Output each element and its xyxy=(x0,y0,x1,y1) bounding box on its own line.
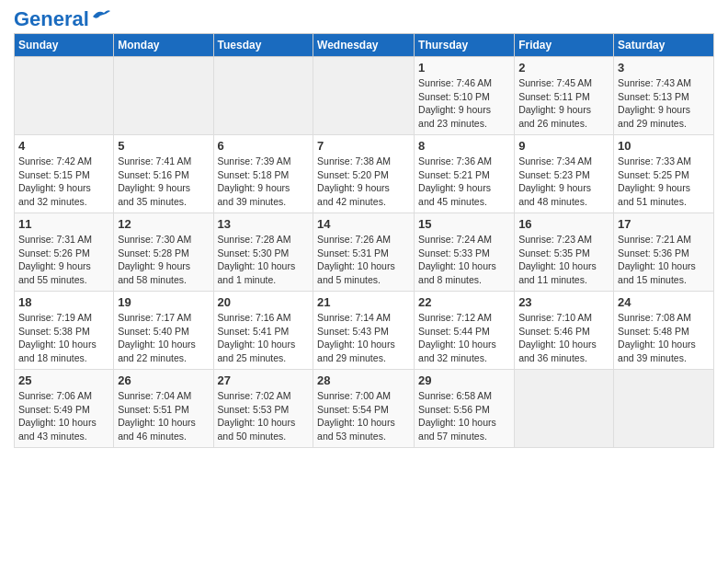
day-number: 11 xyxy=(18,217,109,231)
day-number: 22 xyxy=(418,295,510,309)
day-info: Sunrise: 7:31 AM Sunset: 5:26 PM Dayligh… xyxy=(18,233,109,287)
calendar-cell: 4Sunrise: 7:42 AM Sunset: 5:15 PM Daylig… xyxy=(15,135,114,213)
day-number: 27 xyxy=(218,373,310,387)
calendar-week-1: 1Sunrise: 7:46 AM Sunset: 5:10 PM Daylig… xyxy=(15,57,714,135)
calendar-cell: 16Sunrise: 7:23 AM Sunset: 5:35 PM Dayli… xyxy=(515,213,614,292)
calendar-cell: 26Sunrise: 7:04 AM Sunset: 5:51 PM Dayli… xyxy=(114,370,213,448)
calendar-week-4: 18Sunrise: 7:19 AM Sunset: 5:38 PM Dayli… xyxy=(15,292,714,370)
day-info: Sunrise: 7:38 AM Sunset: 5:20 PM Dayligh… xyxy=(317,155,410,209)
day-info: Sunrise: 7:36 AM Sunset: 5:21 PM Dayligh… xyxy=(418,155,510,209)
day-number: 20 xyxy=(218,295,310,309)
calendar-cell xyxy=(313,57,415,135)
calendar-cell: 1Sunrise: 7:46 AM Sunset: 5:10 PM Daylig… xyxy=(415,57,515,135)
calendar-cell: 25Sunrise: 7:06 AM Sunset: 5:49 PM Dayli… xyxy=(15,370,114,448)
calendar-cell xyxy=(114,57,213,135)
calendar-cell: 21Sunrise: 7:14 AM Sunset: 5:43 PM Dayli… xyxy=(313,292,415,370)
day-info: Sunrise: 7:30 AM Sunset: 5:28 PM Dayligh… xyxy=(118,233,209,287)
calendar-cell: 18Sunrise: 7:19 AM Sunset: 5:38 PM Dayli… xyxy=(15,292,114,370)
day-number: 29 xyxy=(418,373,510,387)
day-number: 17 xyxy=(618,217,710,231)
day-info: Sunrise: 7:28 AM Sunset: 5:30 PM Dayligh… xyxy=(218,233,310,287)
calendar-cell: 2Sunrise: 7:45 AM Sunset: 5:11 PM Daylig… xyxy=(515,57,614,135)
day-number: 16 xyxy=(518,217,609,231)
day-info: Sunrise: 6:58 AM Sunset: 5:56 PM Dayligh… xyxy=(418,389,510,443)
dow-header-thursday: Thursday xyxy=(415,34,515,57)
day-number: 10 xyxy=(618,139,710,153)
dow-header-sunday: Sunday xyxy=(15,34,114,57)
calendar-cell: 20Sunrise: 7:16 AM Sunset: 5:41 PM Dayli… xyxy=(213,292,313,370)
calendar-cell: 14Sunrise: 7:26 AM Sunset: 5:31 PM Dayli… xyxy=(313,213,415,292)
day-info: Sunrise: 7:21 AM Sunset: 5:36 PM Dayligh… xyxy=(618,233,710,287)
dow-header-saturday: Saturday xyxy=(614,34,714,57)
day-info: Sunrise: 7:46 AM Sunset: 5:10 PM Dayligh… xyxy=(418,76,510,131)
day-number: 12 xyxy=(118,217,209,231)
day-number: 8 xyxy=(418,139,510,153)
day-number: 3 xyxy=(618,61,710,75)
calendar-cell: 13Sunrise: 7:28 AM Sunset: 5:30 PM Dayli… xyxy=(213,213,313,292)
day-number: 4 xyxy=(18,139,109,153)
day-number: 26 xyxy=(118,373,209,387)
day-info: Sunrise: 7:08 AM Sunset: 5:48 PM Dayligh… xyxy=(618,311,710,365)
day-number: 28 xyxy=(317,373,410,387)
day-number: 2 xyxy=(518,61,609,75)
calendar-cell: 29Sunrise: 6:58 AM Sunset: 5:56 PM Dayli… xyxy=(415,370,515,448)
calendar-week-3: 11Sunrise: 7:31 AM Sunset: 5:26 PM Dayli… xyxy=(15,213,714,292)
dow-header-friday: Friday xyxy=(515,34,614,57)
calendar-cell: 12Sunrise: 7:30 AM Sunset: 5:28 PM Dayli… xyxy=(114,213,213,292)
calendar-cell: 22Sunrise: 7:12 AM Sunset: 5:44 PM Dayli… xyxy=(415,292,515,370)
calendar-week-2: 4Sunrise: 7:42 AM Sunset: 5:15 PM Daylig… xyxy=(15,135,714,213)
calendar-cell: 3Sunrise: 7:43 AM Sunset: 5:13 PM Daylig… xyxy=(614,57,714,135)
calendar-cell: 15Sunrise: 7:24 AM Sunset: 5:33 PM Dayli… xyxy=(415,213,515,292)
calendar-cell xyxy=(515,370,614,448)
logo: General xyxy=(14,9,111,26)
calendar-cell: 8Sunrise: 7:36 AM Sunset: 5:21 PM Daylig… xyxy=(415,135,515,213)
day-number: 19 xyxy=(118,295,209,309)
day-info: Sunrise: 7:16 AM Sunset: 5:41 PM Dayligh… xyxy=(218,311,310,365)
day-info: Sunrise: 7:42 AM Sunset: 5:15 PM Dayligh… xyxy=(18,155,109,209)
calendar-cell: 19Sunrise: 7:17 AM Sunset: 5:40 PM Dayli… xyxy=(114,292,213,370)
day-info: Sunrise: 7:06 AM Sunset: 5:49 PM Dayligh… xyxy=(18,389,109,443)
day-info: Sunrise: 7:26 AM Sunset: 5:31 PM Dayligh… xyxy=(317,233,410,287)
day-number: 9 xyxy=(518,139,609,153)
day-number: 25 xyxy=(18,373,109,387)
day-info: Sunrise: 7:02 AM Sunset: 5:53 PM Dayligh… xyxy=(218,389,310,443)
day-info: Sunrise: 7:17 AM Sunset: 5:40 PM Dayligh… xyxy=(118,311,209,365)
day-info: Sunrise: 7:41 AM Sunset: 5:16 PM Dayligh… xyxy=(118,155,209,209)
day-info: Sunrise: 7:45 AM Sunset: 5:11 PM Dayligh… xyxy=(518,76,609,131)
calendar-cell: 7Sunrise: 7:38 AM Sunset: 5:20 PM Daylig… xyxy=(313,135,415,213)
day-info: Sunrise: 7:39 AM Sunset: 5:18 PM Dayligh… xyxy=(218,155,310,209)
day-info: Sunrise: 7:14 AM Sunset: 5:43 PM Dayligh… xyxy=(317,311,410,365)
day-number: 5 xyxy=(118,139,209,153)
day-info: Sunrise: 7:43 AM Sunset: 5:13 PM Dayligh… xyxy=(618,76,710,131)
day-info: Sunrise: 7:19 AM Sunset: 5:38 PM Dayligh… xyxy=(18,311,109,365)
day-number: 6 xyxy=(218,139,310,153)
calendar-cell: 11Sunrise: 7:31 AM Sunset: 5:26 PM Dayli… xyxy=(15,213,114,292)
calendar-cell: 5Sunrise: 7:41 AM Sunset: 5:16 PM Daylig… xyxy=(114,135,213,213)
page-header: General xyxy=(14,9,714,26)
day-number: 18 xyxy=(18,295,109,309)
calendar-cell xyxy=(614,370,714,448)
day-info: Sunrise: 7:00 AM Sunset: 5:54 PM Dayligh… xyxy=(317,389,410,443)
logo-bird-icon xyxy=(91,7,111,24)
day-info: Sunrise: 7:34 AM Sunset: 5:23 PM Dayligh… xyxy=(518,155,609,209)
calendar-cell: 6Sunrise: 7:39 AM Sunset: 5:18 PM Daylig… xyxy=(213,135,313,213)
day-info: Sunrise: 7:24 AM Sunset: 5:33 PM Dayligh… xyxy=(418,233,510,287)
day-info: Sunrise: 7:33 AM Sunset: 5:25 PM Dayligh… xyxy=(618,155,710,209)
calendar-cell: 28Sunrise: 7:00 AM Sunset: 5:54 PM Dayli… xyxy=(313,370,415,448)
calendar-cell xyxy=(213,57,313,135)
day-number: 14 xyxy=(317,217,410,231)
calendar-cell: 27Sunrise: 7:02 AM Sunset: 5:53 PM Dayli… xyxy=(213,370,313,448)
calendar-cell: 17Sunrise: 7:21 AM Sunset: 5:36 PM Dayli… xyxy=(614,213,714,292)
dow-header-wednesday: Wednesday xyxy=(313,34,415,57)
dow-header-monday: Monday xyxy=(114,34,213,57)
calendar-cell: 23Sunrise: 7:10 AM Sunset: 5:46 PM Dayli… xyxy=(515,292,614,370)
day-number: 21 xyxy=(317,295,410,309)
day-number: 24 xyxy=(618,295,710,309)
calendar-cell: 9Sunrise: 7:34 AM Sunset: 5:23 PM Daylig… xyxy=(515,135,614,213)
day-info: Sunrise: 7:10 AM Sunset: 5:46 PM Dayligh… xyxy=(518,311,609,365)
logo-text: General xyxy=(14,9,89,29)
day-info: Sunrise: 7:23 AM Sunset: 5:35 PM Dayligh… xyxy=(518,233,609,287)
day-number: 7 xyxy=(317,139,410,153)
calendar-cell: 24Sunrise: 7:08 AM Sunset: 5:48 PM Dayli… xyxy=(614,292,714,370)
day-number: 23 xyxy=(518,295,609,309)
